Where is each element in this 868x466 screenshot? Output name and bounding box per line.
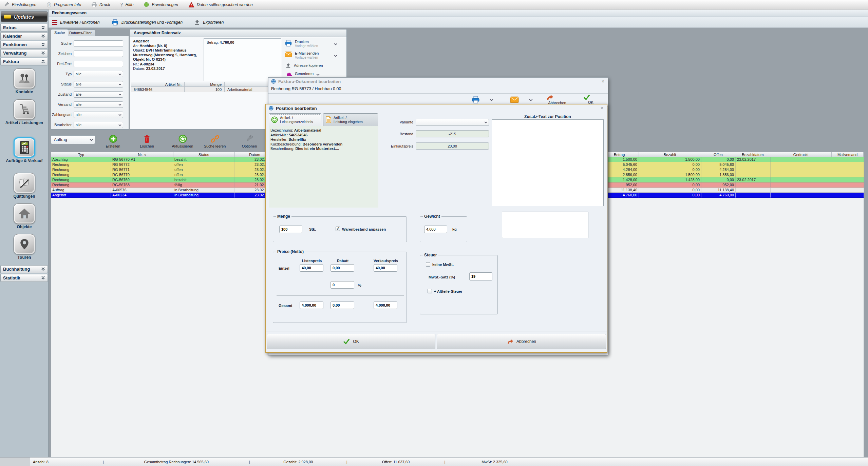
position-ok-button[interactable]: OK [267,334,435,349]
einzel-verkaufspreis-input[interactable] [374,264,397,272]
kontakte-button[interactable] [14,69,35,89]
optionen-button[interactable]: Optionen [234,134,265,148]
faktura-ok-button[interactable]: OK [583,94,598,104]
module-label: Kontakte [5,90,43,94]
header-gedruckt[interactable]: Gedruckt [770,152,832,157]
copy-address-icon [285,63,291,69]
warenbestand-checkbox[interactable] [336,227,340,231]
quittungen-button[interactable] [14,173,35,193]
menu-programm-info[interactable]: i Programm-Info [46,2,81,7]
generieren-action[interactable]: Generieren [286,71,320,77]
column-header[interactable]: Artikel-Nr. [131,82,185,87]
zeichen-input[interactable] [74,51,123,57]
tab-artikel-leistung-eingeben[interactable]: Artikel- /Leistung eingeben [323,113,378,126]
menu-backup-warning[interactable]: ! Daten sollten gesichert werden [188,2,253,7]
mwst-satz-input[interactable] [469,272,492,280]
variante-select[interactable] [416,119,489,126]
updates-button[interactable]: Updates [1,12,48,22]
erweiterte-funktionen-button[interactable]: Erweiterte Funktionen [52,20,100,25]
typ-select-label: Typ [51,72,74,76]
mail-icon[interactable] [510,96,519,103]
altteile-steuer-checkbox[interactable] [428,289,432,293]
einzel-row-label: Einzel [279,266,289,270]
statusbar: Anzahl: 8 Gesamtbetrag Rechnungen: 14.56… [30,457,868,466]
email-senden-action[interactable]: E-Mail sendenVorlage wählen [285,51,319,59]
menu-erweiterungen[interactable]: Erweiterungen [144,2,178,7]
frei-text-input[interactable] [74,61,123,67]
chevron-down-icon[interactable] [529,99,533,101]
check-icon [583,94,598,100]
close-icon[interactable] [602,79,604,84]
selected-record-details: Angebot An: Hochbau (Nr. 8) Objekt: BVH … [131,38,203,81]
adresse-kopieren-action[interactable]: Adresse kopieren [285,63,323,69]
zahlungsart-select[interactable]: alle [74,112,123,118]
einzel-rabatt-input[interactable] [331,264,354,272]
mail-icon [285,51,292,57]
chevron-down-icon [118,114,121,116]
keine-mwst-checkbox[interactable] [426,262,430,267]
sidebar-group-faktura[interactable]: Faktura [0,58,48,65]
menge-input[interactable] [279,226,302,233]
tab-artikel-leistungsverzeichnis[interactable]: Artikel- /Leistungsverzeichnis [269,113,321,126]
header-mailversand[interactable]: Mailversand [832,152,864,157]
tab-datums-filter[interactable]: Datums-Filter [66,30,95,36]
header-status[interactable]: Status [173,152,235,157]
menu-hilfe[interactable]: ? Hilfe [120,2,133,8]
sidebar-module-kontakte: Kontakte [0,69,49,94]
gesamt-verkaufspreis-input[interactable] [374,302,397,309]
sidebar-group-statistik[interactable]: Statistik [0,274,48,282]
document-type-select[interactable]: Auftrag [51,135,95,144]
chevron-down-icon[interactable] [490,99,493,101]
typ-select[interactable]: alle [74,71,123,77]
loeschen-button[interactable]: Löschen [131,134,163,148]
artikel-leistungen-button[interactable] [14,99,35,120]
drucken-action[interactable]: DruckenVorlage wählen [285,40,318,48]
chevron-down-icon[interactable] [334,43,337,45]
header-nr[interactable]: Nr. [111,152,173,157]
check-icon [343,338,350,345]
sidebar-group-verwaltung[interactable]: Verwaltung [0,49,48,57]
druckeinstellungen-button[interactable]: Druckeinstellungen und -Vorlagen [111,19,183,26]
gewicht-input[interactable] [424,226,447,233]
action-sub-label: Vorlage wählen [295,44,318,48]
einzel-listenpreis-input[interactable] [300,264,323,272]
tab-suche[interactable]: Suche [51,29,68,36]
gewicht-fieldset: Gewicht kg [420,216,467,242]
menu-druck[interactable]: Druck [91,2,110,7]
erstellen-button[interactable]: Erstellen [97,134,129,148]
zeichen-field-label: Zeichen [51,52,74,56]
header-bezahldatum[interactable]: Bezahldatum [735,152,770,157]
objekte-button[interactable] [14,203,35,224]
toolbar-label: Druckeinstellungen und -Vorlagen [121,20,183,25]
bearbeiter-select[interactable]: alle [74,122,123,128]
auftraege-verkauf-button[interactable] [14,137,35,158]
button-label: Aktualisieren [167,144,198,148]
status-select[interactable]: alle [74,81,123,88]
close-icon[interactable] [601,105,603,111]
header-offen[interactable]: Offen [701,152,735,157]
suche-leeren-button[interactable]: Suche leeren [199,134,230,148]
aktualisieren-button[interactable]: Aktualisieren [167,134,198,148]
touren-button[interactable] [14,234,35,254]
faktura-abbrechen-button[interactable]: Abbrechen [546,94,568,105]
rabatt-prozent-input[interactable] [331,281,354,289]
versand-select[interactable]: alle [74,101,123,108]
position-abbrechen-button[interactable]: Abbrechen [437,334,606,349]
gesamt-listenpreis-input[interactable] [300,302,323,309]
chevron-down-icon[interactable] [334,55,337,57]
header-bezahlt[interactable]: Bezahlt [639,152,701,157]
suche-input[interactable] [74,40,123,47]
exportieren-button[interactable]: Exportieren [194,19,224,25]
sidebar-group-funktionen[interactable]: Funktionen [0,41,48,48]
bestand-field: -215 [416,130,489,137]
gesamt-rabatt-input[interactable] [331,302,354,309]
sidebar-group-buchhaltung[interactable]: Buchhaltung [0,265,48,273]
menu-einstellungen[interactable]: Einstellungen [4,2,36,7]
sidebar-group-extras[interactable]: Extras [0,24,48,32]
zusatz-text-area[interactable] [492,119,604,206]
sidebar-group-kalender[interactable]: Kalender [0,32,48,40]
header-typ[interactable]: Typ [51,152,111,157]
column-header[interactable]: Menge [185,82,225,87]
printer-icon[interactable] [471,96,480,104]
zustand-select[interactable]: alle [74,91,123,98]
